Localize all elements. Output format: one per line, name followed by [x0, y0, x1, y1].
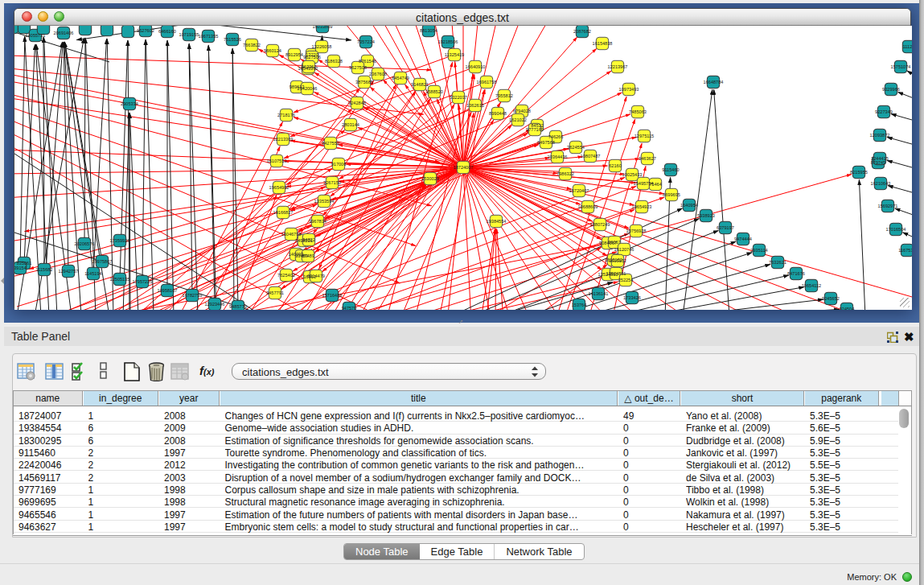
svg-text:75464: 75464 — [649, 182, 662, 187]
svg-text:1588520: 1588520 — [425, 89, 443, 94]
svg-text:19975867: 19975867 — [92, 259, 113, 264]
svg-text:1640954: 1640954 — [680, 203, 698, 208]
svg-text:2905334: 2905334 — [121, 101, 138, 106]
svg-text:9146821: 9146821 — [411, 82, 429, 87]
svg-text:3624554: 3624554 — [567, 145, 585, 150]
svg-text:6379197: 6379197 — [717, 225, 734, 230]
svg-text:9227349: 9227349 — [875, 109, 893, 114]
svg-text:16033809: 16033809 — [313, 26, 333, 29]
svg-text:5938923: 5938923 — [697, 213, 715, 218]
svg-text:20691406: 20691406 — [54, 31, 74, 35]
svg-text:16210643: 16210643 — [871, 181, 891, 186]
svg-text:9115460: 9115460 — [662, 167, 679, 172]
svg-text:16107553: 16107553 — [267, 159, 287, 163]
svg-text:10688609: 10688609 — [578, 204, 598, 209]
svg-text:19166827: 19166827 — [273, 210, 294, 215]
svg-text:9777169: 9777169 — [526, 127, 544, 132]
svg-text:9660124: 9660124 — [264, 48, 281, 53]
svg-text:12213369: 12213369 — [273, 137, 294, 142]
svg-text:9627506: 9627506 — [303, 55, 321, 60]
svg-text:10719155: 10719155 — [179, 32, 199, 37]
svg-text:3875685: 3875685 — [355, 80, 373, 84]
svg-text:10671355: 10671355 — [199, 34, 219, 39]
svg-text:963362: 963362 — [302, 64, 317, 69]
svg-text:12923446: 12923446 — [205, 302, 225, 307]
svg-text:7625402: 7625402 — [277, 273, 295, 278]
svg-text:9463627: 9463627 — [639, 156, 656, 161]
svg-text:8215955: 8215955 — [850, 170, 868, 175]
svg-text:947579: 947579 — [342, 306, 357, 310]
svg-text:20206576: 20206576 — [75, 241, 95, 246]
svg-text:2803144: 2803144 — [342, 122, 359, 127]
svg-text:11124: 11124 — [903, 44, 912, 49]
svg-text:252254: 252254 — [618, 278, 634, 282]
svg-text:2935114: 2935114 — [750, 248, 767, 253]
svg-text:6794028: 6794028 — [513, 109, 531, 113]
svg-text:10958107: 10958107 — [158, 288, 178, 293]
svg-text:15751074: 15751074 — [891, 64, 911, 69]
svg-text:1145194: 1145194 — [84, 271, 101, 276]
svg-text:8912954: 8912954 — [285, 52, 303, 57]
svg-text:8427552: 8427552 — [322, 141, 339, 146]
svg-text:18724007: 18724007 — [454, 165, 474, 170]
svg-text:7357224: 7357224 — [357, 39, 375, 44]
svg-text:12505135: 12505135 — [110, 277, 130, 282]
svg-text:10973493: 10973493 — [619, 87, 639, 92]
svg-text:6466160: 6466160 — [158, 29, 176, 34]
svg-text:12213967: 12213967 — [608, 64, 628, 69]
svg-text:14136141: 14136141 — [589, 291, 609, 296]
svg-text:1615152: 1615152 — [609, 258, 626, 263]
svg-text:10654112: 10654112 — [802, 283, 821, 288]
svg-text:1621022: 1621022 — [509, 117, 527, 122]
svg-text:62160: 62160 — [609, 163, 622, 168]
svg-text:8761546: 8761546 — [359, 59, 376, 64]
svg-text:8813054: 8813054 — [420, 28, 437, 33]
svg-text:11325419: 11325419 — [445, 52, 464, 57]
svg-text:8699695: 8699695 — [663, 192, 680, 197]
svg-text:16782759: 16782759 — [183, 293, 203, 298]
svg-text:2530029: 2530029 — [421, 176, 439, 181]
svg-text:15692971: 15692971 — [878, 204, 898, 208]
svg-text:10756928: 10756928 — [626, 229, 647, 233]
svg-text:96067: 96067 — [608, 240, 621, 245]
svg-text:8471676: 8471676 — [787, 271, 805, 276]
svg-text:1115682: 1115682 — [36, 267, 53, 272]
svg-text:13353594: 13353594 — [314, 199, 335, 204]
svg-text:17359926: 17359926 — [110, 238, 130, 243]
svg-text:153764: 153764 — [572, 303, 587, 307]
svg-text:16640910: 16640910 — [466, 64, 486, 69]
svg-text:20364436: 20364436 — [548, 154, 568, 159]
svg-text:9242848: 9242848 — [348, 101, 366, 105]
svg-text:23420046: 23420046 — [298, 86, 318, 91]
svg-text:1527602: 1527602 — [137, 28, 154, 33]
svg-text:9485779: 9485779 — [229, 304, 247, 309]
svg-text:16120746: 16120746 — [614, 247, 634, 252]
svg-text:15720407: 15720407 — [569, 188, 589, 193]
svg-text:17016504: 17016504 — [886, 227, 906, 232]
svg-text:2367608: 2367608 — [369, 72, 387, 76]
svg-text:16154838: 16154838 — [593, 41, 613, 46]
svg-text:39154: 39154 — [14, 266, 27, 270]
svg-text:5322037: 5322037 — [450, 95, 467, 100]
svg-text:2087682: 2087682 — [573, 29, 591, 34]
svg-text:9329966: 9329966 — [882, 87, 900, 92]
svg-text:746266: 746266 — [548, 134, 564, 139]
svg-text:19218506: 19218506 — [438, 39, 458, 44]
svg-text:12975115: 12975115 — [634, 134, 654, 138]
svg-text:7632621: 7632621 — [769, 260, 786, 265]
svg-text:7485063: 7485063 — [629, 109, 647, 114]
svg-text:2718176: 2718176 — [277, 113, 295, 117]
svg-text:16046798: 16046798 — [281, 232, 302, 237]
svg-text:924504: 924504 — [840, 307, 855, 310]
svg-text:1733426: 1733426 — [623, 295, 641, 300]
svg-text:19384554: 19384554 — [487, 219, 507, 224]
svg-text:16648784: 16648784 — [704, 80, 724, 84]
svg-text:13524851: 13524851 — [606, 271, 626, 276]
svg-text:8990448: 8990448 — [489, 111, 507, 116]
svg-text:1244415: 1244415 — [871, 156, 889, 161]
svg-text:87489: 87489 — [302, 253, 314, 258]
svg-text:14055721: 14055721 — [26, 33, 46, 38]
svg-text:6914479: 6914479 — [307, 274, 325, 278]
svg-text:9627508: 9627508 — [349, 65, 367, 70]
svg-text:9245652: 9245652 — [822, 296, 840, 301]
